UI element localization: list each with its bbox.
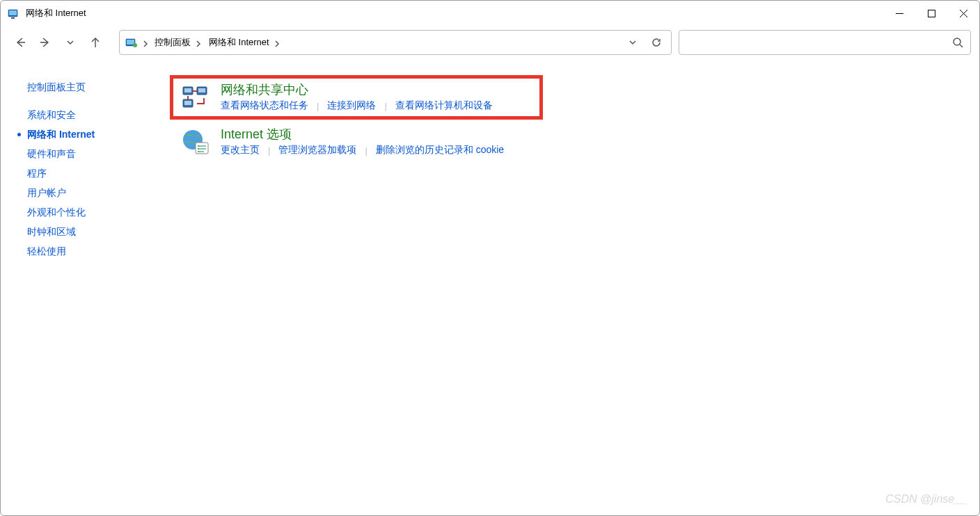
separator: | bbox=[376, 101, 395, 111]
chevron-right-icon bbox=[195, 39, 202, 46]
refresh-button[interactable] bbox=[645, 32, 668, 53]
chevron-right-icon bbox=[274, 39, 280, 46]
svg-point-12 bbox=[133, 43, 137, 47]
sidebar-item-clock-region[interactable]: 时钟和区域 bbox=[27, 222, 172, 241]
svg-line-14 bbox=[960, 45, 963, 47]
separator: | bbox=[260, 145, 278, 156]
breadcrumb-bar[interactable]: 控制面板 网络和 Internet bbox=[119, 30, 672, 55]
search-input[interactable] bbox=[686, 38, 952, 48]
svg-point-13 bbox=[954, 38, 961, 45]
link-delete-history[interactable]: 删除浏览的历史记录和 cookie bbox=[376, 144, 504, 156]
history-dropdown-button[interactable] bbox=[59, 31, 81, 54]
category-title[interactable]: 网络和共享中心 bbox=[221, 81, 531, 98]
category-internet-options: Internet 选项 更改主页 | 管理浏览器加载项 | 删除浏览的历史记录和… bbox=[172, 122, 951, 162]
link-change-homepage[interactable]: 更改主页 bbox=[221, 144, 260, 156]
back-button[interactable] bbox=[9, 31, 31, 54]
sidebar-item-ease-of-access[interactable]: 轻松使用 bbox=[27, 241, 172, 261]
svg-point-26 bbox=[198, 145, 199, 147]
sidebar-item-programs[interactable]: 程序 bbox=[27, 163, 172, 183]
category-network-sharing: 网络和共享中心 查看网络状态和任务 | 连接到网络 | 查看网络计算机和设备 bbox=[172, 77, 541, 118]
svg-rect-16 bbox=[184, 88, 191, 92]
link-manage-addons[interactable]: 管理浏览器加载项 bbox=[278, 144, 356, 156]
svg-rect-11 bbox=[127, 40, 134, 45]
up-button[interactable] bbox=[84, 31, 106, 54]
category-links: 查看网络状态和任务 | 连接到网络 | 查看网络计算机和设备 bbox=[221, 99, 531, 112]
minimize-button[interactable] bbox=[883, 1, 915, 26]
svg-rect-20 bbox=[184, 101, 191, 105]
content-area: 控制面板主页 系统和安全 网络和 Internet 硬件和声音 程序 用户帐户 … bbox=[1, 59, 979, 515]
svg-rect-18 bbox=[198, 88, 205, 92]
sidebar-item-system-security[interactable]: 系统和安全 bbox=[27, 105, 172, 124]
title-bar: 网络和 Internet bbox=[1, 1, 979, 26]
breadcrumb-label: 网络和 Internet bbox=[205, 36, 274, 49]
window-title: 网络和 Internet bbox=[26, 7, 86, 19]
category-body: 网络和共享中心 查看网络状态和任务 | 连接到网络 | 查看网络计算机和设备 bbox=[221, 81, 531, 112]
window-controls bbox=[883, 1, 979, 26]
category-title[interactable]: Internet 选项 bbox=[221, 126, 942, 143]
internet-options-icon bbox=[182, 129, 210, 156]
category-links: 更改主页 | 管理浏览器加载项 | 删除浏览的历史记录和 cookie bbox=[221, 144, 942, 156]
forward-button[interactable] bbox=[34, 31, 56, 54]
svg-point-28 bbox=[198, 151, 199, 152]
sidebar-item-hardware-sound[interactable]: 硬件和声音 bbox=[27, 144, 172, 163]
breadcrumb-segment-0[interactable]: 控制面板 bbox=[149, 36, 203, 49]
chevron-right-icon[interactable] bbox=[142, 39, 149, 46]
nav-bar: 控制面板 网络和 Internet bbox=[1, 26, 979, 59]
link-view-devices[interactable]: 查看网络计算机和设备 bbox=[395, 99, 493, 112]
close-button[interactable] bbox=[947, 1, 979, 26]
sidebar-item-user-accounts[interactable]: 用户帐户 bbox=[27, 183, 172, 202]
sidebar: 控制面板主页 系统和安全 网络和 Internet 硬件和声音 程序 用户帐户 … bbox=[1, 77, 172, 515]
sidebar-item-network-internet[interactable]: 网络和 Internet bbox=[27, 124, 172, 144]
network-sharing-icon bbox=[182, 84, 210, 112]
main-panel: 网络和共享中心 查看网络状态和任务 | 连接到网络 | 查看网络计算机和设备 bbox=[172, 77, 979, 515]
category-body: Internet 选项 更改主页 | 管理浏览器加载项 | 删除浏览的历史记录和… bbox=[221, 126, 942, 156]
search-box[interactable] bbox=[679, 30, 971, 55]
app-icon bbox=[8, 7, 20, 19]
breadcrumb-dropdown-button[interactable] bbox=[621, 32, 645, 53]
sidebar-item-home[interactable]: 控制面板主页 bbox=[27, 77, 172, 97]
svg-point-27 bbox=[198, 148, 199, 150]
link-connect-network[interactable]: 连接到网络 bbox=[327, 99, 376, 112]
maximize-button[interactable] bbox=[915, 1, 947, 26]
search-icon[interactable] bbox=[952, 37, 963, 48]
link-view-status[interactable]: 查看网络状态和任务 bbox=[221, 99, 308, 112]
sidebar-item-appearance[interactable]: 外观和个性化 bbox=[27, 202, 172, 222]
separator: | bbox=[356, 145, 375, 156]
location-icon bbox=[125, 36, 138, 49]
breadcrumb-segment-1[interactable]: 网络和 Internet bbox=[203, 36, 282, 49]
svg-rect-2 bbox=[11, 17, 15, 19]
separator: | bbox=[308, 101, 327, 111]
svg-rect-4 bbox=[928, 10, 935, 17]
breadcrumb-label: 控制面板 bbox=[150, 36, 195, 49]
svg-rect-1 bbox=[9, 10, 17, 15]
